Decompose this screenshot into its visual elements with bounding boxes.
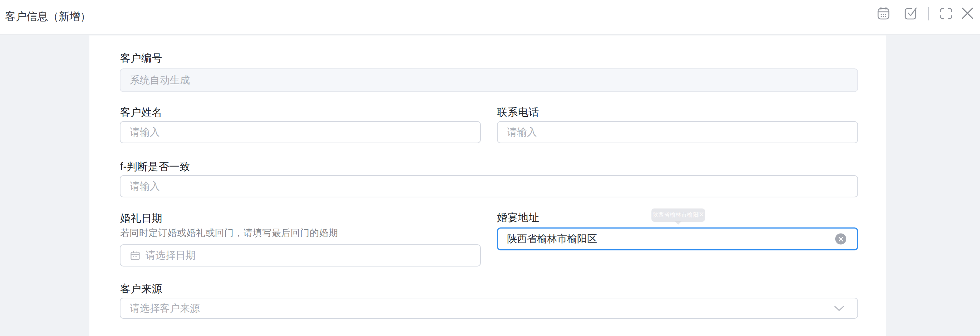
calendar-icon[interactable]: [876, 6, 891, 22]
customer-source-input[interactable]: [130, 303, 848, 314]
close-icon[interactable]: [961, 6, 974, 21]
form-panel: 客户编号 客户姓名 联系电话 f-判断是否一致 婚礼日期 若同时定订婚: [89, 35, 886, 336]
phone-input[interactable]: [507, 126, 848, 138]
customer-name-input[interactable]: [130, 126, 471, 138]
customer-no-input: [130, 75, 848, 86]
address-tooltip: 陕西省榆林市榆阳区: [651, 208, 705, 222]
customer-name-input-box[interactable]: [120, 121, 481, 143]
dialog-header: 客户信息（新增）: [0, 0, 980, 35]
field-label-banquet-address: 婚宴地址: [497, 211, 539, 225]
wedding-date-input[interactable]: [145, 250, 471, 261]
f-check-input-box[interactable]: [120, 175, 858, 197]
check-square-icon[interactable]: [904, 6, 918, 22]
page-title: 客户信息（新增）: [5, 9, 91, 24]
field-label-wedding-date: 婚礼日期: [120, 211, 162, 226]
field-label-customer-source: 客户来源: [120, 282, 162, 296]
field-label-f-check: f-判断是否一致: [120, 160, 190, 174]
dialog-body: 客户编号 客户姓名 联系电话 f-判断是否一致 婚礼日期 若同时定订婚: [0, 35, 980, 336]
wedding-date-picker[interactable]: [120, 244, 481, 267]
customer-no-input-box: [120, 69, 858, 92]
chevron-down-icon: [834, 305, 845, 311]
phone-input-box[interactable]: [497, 121, 858, 143]
customer-source-select[interactable]: [120, 298, 858, 319]
banquet-address-input[interactable]: [507, 233, 848, 245]
fullscreen-icon[interactable]: [939, 7, 953, 21]
header-divider: [928, 7, 929, 21]
f-check-input[interactable]: [130, 181, 848, 192]
field-label-customer-no: 客户编号: [120, 51, 162, 66]
wedding-date-hint: 若同时定订婚或婚礼或回门，请填写最后回门的婚期: [120, 227, 338, 239]
banquet-address-input-box[interactable]: [497, 227, 858, 250]
field-label-customer-name: 客户姓名: [120, 105, 162, 120]
field-label-phone: 联系电话: [497, 105, 539, 120]
clear-icon[interactable]: [835, 234, 846, 245]
date-calendar-icon: [130, 250, 140, 261]
